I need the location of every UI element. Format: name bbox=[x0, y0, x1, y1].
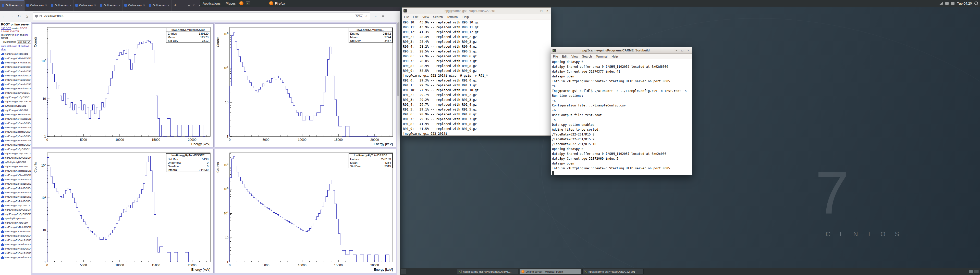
maximize-icon[interactable]: □ bbox=[192, 3, 196, 7]
tree-item[interactable]: lowEnergyXYRateDSSD4 bbox=[1, 225, 31, 229]
close-all-link[interactable]: close all bbox=[10, 44, 20, 47]
bookmark-star-icon[interactable]: ☆ bbox=[365, 14, 368, 18]
active-app-indicator[interactable]: Firefox bbox=[269, 1, 285, 5]
menu-item[interactable]: Search bbox=[580, 55, 594, 58]
scrollbar-thumb[interactable] bbox=[397, 22, 399, 96]
tree-item[interactable]: xyMultiplicityDSSD3 bbox=[1, 216, 31, 221]
terminal-titlebar[interactable]: >_ npg@carme-gsi:~/TapeData/G22-201 − □ … bbox=[402, 8, 551, 14]
places-menu[interactable]: Places bbox=[223, 0, 238, 6]
tree-item[interactable]: lowEnergyExRateDSSD4 bbox=[1, 234, 31, 238]
hamburger-menu-icon[interactable]: ≡ bbox=[379, 14, 387, 18]
browser-tab[interactable]: Online server bbox=[49, 0, 73, 11]
tab-close-icon[interactable] bbox=[143, 3, 145, 7]
show-desktop-button[interactable] bbox=[401, 269, 406, 274]
tree-item[interactable]: lowEnergyEyRateDSSD1 bbox=[1, 77, 31, 82]
forward-button[interactable]: → bbox=[8, 14, 15, 18]
tree-item[interactable]: lowEnergyEyTotalDSSD2 bbox=[1, 142, 31, 147]
maximize-icon[interactable]: □ bbox=[539, 9, 544, 13]
workspace-switcher[interactable] bbox=[969, 270, 978, 273]
menu-item[interactable]: Terminal bbox=[594, 55, 609, 58]
tree-item[interactable]: lowEnergyEyRate1sDSSD2 bbox=[1, 138, 31, 142]
tree-item[interactable]: lowEnergyXYTotalDSSD3 bbox=[1, 173, 31, 177]
tab-close-icon[interactable] bbox=[119, 3, 121, 7]
menu-item[interactable]: View bbox=[570, 55, 580, 58]
browser-tab[interactable]: Online server bbox=[98, 0, 123, 11]
zoom-indicator[interactable]: 50% bbox=[355, 14, 363, 18]
browser-tab[interactable]: Online server bbox=[147, 0, 172, 11]
browser-tab[interactable]: Online server bbox=[123, 0, 147, 11]
tab-close-icon[interactable] bbox=[45, 3, 47, 7]
firefox-launcher-icon[interactable] bbox=[239, 1, 243, 5]
tree-item[interactable]: highEnergyExEyDSSDPwr1 bbox=[1, 99, 31, 104]
minimize-icon[interactable]: − bbox=[533, 9, 538, 13]
tree-item[interactable]: lowEnergyExRate1sDSSD2 bbox=[1, 125, 31, 130]
tree-item[interactable]: lowEnergyExRateDSSD1 bbox=[1, 65, 31, 69]
menu-item[interactable]: Terminal bbox=[445, 15, 460, 19]
menu-item[interactable]: View bbox=[420, 15, 431, 19]
minimize-icon[interactable]: − bbox=[187, 3, 191, 7]
tree-item[interactable]: lowEnergyExRate1sDSSD1 bbox=[1, 69, 31, 73]
tree-item[interactable]: xyMultiplicityDSSD1 bbox=[1, 104, 31, 108]
tree-item[interactable]: highEnergyExEyDSSD2 bbox=[1, 151, 31, 156]
home-button[interactable]: ⌂ bbox=[23, 14, 30, 18]
monitoring-checkbox[interactable] bbox=[1, 41, 3, 43]
tree-item[interactable]: highEnergyExEyDSSDPwr2 bbox=[1, 156, 31, 160]
tree-item[interactable]: lowEnergyEyTotalDSSD3 bbox=[1, 199, 31, 203]
refresh-button[interactable]: ↻ bbox=[15, 14, 23, 19]
volume-icon[interactable] bbox=[945, 2, 948, 5]
tab-close-icon[interactable] bbox=[168, 3, 169, 7]
terminal-output[interactable]: R90_10: 43.9% -- replaced with R90_10.gz… bbox=[402, 20, 551, 136]
workspace-2[interactable] bbox=[974, 270, 978, 273]
applications-menu[interactable]: Applications bbox=[200, 0, 223, 6]
menu-item[interactable]: File bbox=[551, 55, 560, 58]
back-button[interactable]: ← bbox=[0, 14, 8, 18]
tree-item[interactable]: lowEnergyEyRate1sDSSD1 bbox=[1, 82, 31, 86]
minimize-icon[interactable]: − bbox=[674, 49, 679, 52]
tree-item[interactable]: lowEnergyExTotalDSSD3 bbox=[1, 186, 31, 190]
reload-link[interactable]: reload bbox=[20, 44, 29, 47]
browser-tab[interactable]: Online server bbox=[24, 0, 49, 11]
tree-item[interactable]: lowEnergyExTotalDSSD4 bbox=[1, 242, 31, 247]
terminal-launcher-icon[interactable]: >_ bbox=[246, 1, 250, 5]
tree-item[interactable]: lowEnergyXYTotalDSSD1 bbox=[1, 60, 31, 65]
terminal-titlebar[interactable]: >_ npg@carme-gsi:~/Programs/CARME_Sort/b… bbox=[551, 47, 692, 54]
tree-item[interactable]: highEnergyExEyDSSD1 bbox=[1, 95, 31, 99]
menu-item[interactable]: Help bbox=[609, 55, 620, 58]
tree-item[interactable]: lowEnergyExEyDSSD3 bbox=[1, 203, 31, 207]
tree-item[interactable]: lowEnergyXYRateDSSD3 bbox=[1, 169, 31, 173]
tree-item[interactable]: lowEnergyEyTotalDSSD1 bbox=[1, 86, 31, 91]
tree-item[interactable]: lowEnergyEyRate1sDSSD4 bbox=[1, 251, 31, 255]
menu-item[interactable]: File bbox=[402, 15, 411, 19]
menu-item[interactable]: Edit bbox=[411, 15, 420, 19]
tree-item[interactable]: highEnergyXYDSSD4 bbox=[1, 221, 31, 225]
tree-item[interactable]: highEnergyExEyDSSDPwr3 bbox=[1, 212, 31, 216]
xml-link[interactable]: xml bbox=[24, 33, 28, 36]
taskbar-button-firefox[interactable]: Online server - Mozilla Firefox bbox=[520, 269, 581, 274]
terminal-output[interactable]: Opening dataspy 0dataSpy Shared buffer a… bbox=[551, 59, 692, 175]
maximize-icon[interactable]: □ bbox=[680, 49, 684, 52]
network-icon[interactable] bbox=[939, 2, 943, 5]
notification-icon[interactable] bbox=[951, 2, 955, 5]
menu-item[interactable]: Search bbox=[431, 15, 445, 19]
tab-close-icon[interactable] bbox=[94, 3, 96, 7]
menu-item[interactable]: Help bbox=[460, 15, 471, 19]
tree-item[interactable]: lowEnergyEyTotalDSSD4 bbox=[1, 255, 31, 259]
tab-close-icon[interactable] bbox=[21, 3, 22, 7]
tree-item[interactable]: lowEnergyExEyDSSD1 bbox=[1, 91, 31, 95]
browser-tab[interactable]: Online server bbox=[73, 0, 98, 11]
url-bar[interactable]: localhost:8085 50% ☆ bbox=[33, 13, 370, 20]
browser-tab[interactable]: Online server bbox=[0, 0, 24, 11]
site-info-icon[interactable] bbox=[40, 15, 42, 17]
menu-item[interactable]: Edit bbox=[560, 55, 570, 58]
taskbar-button-terminal-carme[interactable]: >_ npg@carme-gsi:~/Programs/CARME... bbox=[457, 269, 518, 274]
tree-item[interactable]: lowEnergyEyRateDSSD4 bbox=[1, 247, 31, 251]
close-icon[interactable]: × bbox=[686, 49, 690, 52]
tree-item[interactable]: highEnergyXYDSSD1 bbox=[1, 52, 31, 56]
tree-item[interactable]: highEnergyExEyDSSD3 bbox=[1, 207, 31, 212]
open-all-link[interactable]: open all bbox=[1, 44, 10, 47]
new-tab-button[interactable]: + bbox=[172, 0, 179, 11]
taskbar-button-terminal-tapedata[interactable]: >_ npg@carme-gsi:~/TapeData/G22-201 bbox=[582, 269, 644, 274]
tree-item[interactable]: lowEnergyExEyDSSD2 bbox=[1, 147, 31, 151]
tree-item[interactable]: xyMultiplicityDSSD2 bbox=[1, 160, 31, 164]
tree-item[interactable]: lowEnergyExTotalDSSD1 bbox=[1, 73, 31, 77]
